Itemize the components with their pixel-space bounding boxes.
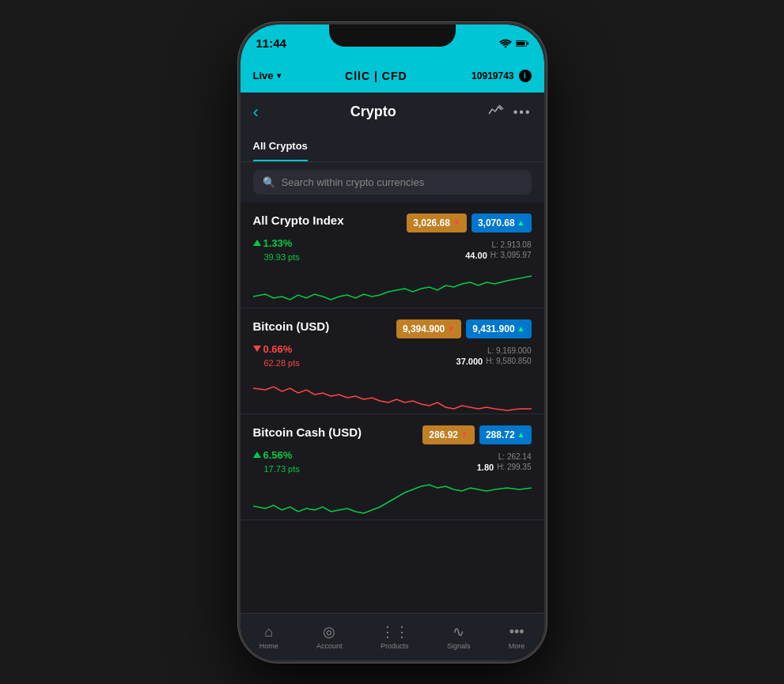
chart-svg-1 — [253, 266, 532, 308]
crypto-card-header-1: All Crypto Index 3,026.68 ▼ 3,070.68 ▲ — [253, 214, 532, 232]
crypto-name-3: Bitcoin Cash (USD) — [253, 425, 362, 439]
more-button[interactable]: ••• — [513, 105, 532, 119]
mini-chart-3 — [253, 478, 532, 520]
info-icon[interactable]: i — [519, 70, 532, 82]
account-icon: ◎ — [323, 623, 335, 641]
change-positive-1: 1.33% — [253, 237, 466, 249]
stats-right-1: L: 2,913.08 44.00 H: 3,095.97 — [465, 240, 531, 260]
tab-all-cryptos[interactable]: All Cryptos — [253, 132, 308, 161]
dropdown-icon: ▾ — [277, 71, 281, 80]
low-1: L: 2,913.08 — [491, 240, 531, 249]
crypto-name-2: Bitcoin (USD) — [253, 319, 330, 333]
chart-svg-3 — [253, 478, 532, 520]
app-bar: Live ▾ CllC | CFD 10919743 i — [241, 59, 544, 93]
svg-rect-2 — [527, 42, 528, 44]
phone-frame: 11:44 Live ▾ — [238, 22, 547, 663]
account-info: 10919743 i — [472, 70, 531, 82]
signals-icon: ∿ — [453, 623, 464, 641]
buy-button-2[interactable]: 9,431.900 ▲ — [466, 319, 531, 338]
sell-arrow-icon-1: ▼ — [453, 218, 460, 227]
sell-button-1[interactable]: 3,026.68 ▼ — [407, 214, 467, 232]
buy-button-3[interactable]: 288.72 ▲ — [479, 425, 532, 444]
app-logo: CllC | CFD — [345, 70, 407, 82]
account-number: 10919743 — [472, 70, 513, 81]
phone-wrapper: 11:44 Live ▾ — [238, 22, 547, 663]
low-2: L: 9,169.000 — [487, 346, 532, 355]
crypto-stats-3: 6.56% 17.73 pts L: 262.14 1.80 H: 299.35 — [253, 449, 532, 475]
live-button[interactable]: Live ▾ — [253, 70, 281, 81]
stats-right-3: L: 262.14 1.80 H: 299.35 — [477, 452, 532, 472]
more-nav-icon: ••• — [509, 624, 525, 641]
search-input-wrapper[interactable]: 🔍 Search within crypto currencies — [253, 170, 532, 195]
chart-svg-2 — [253, 372, 532, 414]
change-positive-3: 6.56% — [253, 449, 477, 461]
nav-products[interactable]: ⋮⋮ Products — [381, 623, 409, 650]
sell-arrow-icon-2: ▼ — [447, 324, 455, 333]
crypto-card-header-2: Bitcoin (USD) 9,394.900 ▼ 9,431.900 ▲ — [253, 319, 532, 338]
stats-left-1: 1.33% 39.93 pts — [253, 237, 466, 263]
nav-signals-label: Signals — [447, 642, 471, 650]
change-pct-1: 1.33% — [263, 237, 293, 249]
mini-chart-2 — [253, 372, 532, 414]
crypto-card-all-crypto-index[interactable]: All Crypto Index 3,026.68 ▼ 3,070.68 ▲ — [241, 202, 544, 308]
nav-signals[interactable]: ∿ Signals — [447, 623, 471, 650]
stats-left-3: 6.56% 17.73 pts — [253, 449, 477, 475]
bottom-nav: ⌂ Home ◎ Account ⋮⋮ Products ∿ Signals •… — [241, 613, 544, 660]
status-time: 11:44 — [256, 36, 286, 50]
buy-price-3: 288.72 — [486, 429, 515, 440]
page-actions: ••• — [488, 104, 532, 119]
buy-arrow-icon-2: ▲ — [517, 324, 525, 333]
sell-arrow-icon-3: ▼ — [460, 430, 468, 439]
up-arrow-icon-1 — [253, 240, 261, 246]
wifi-icon — [499, 39, 512, 48]
spread-2: 37.000 — [456, 357, 483, 366]
change-pts-3: 17.73 pts — [264, 464, 300, 474]
page-title: Crypto — [350, 104, 396, 120]
crypto-card-header-3: Bitcoin Cash (USD) 286.92 ▼ 288.72 ▲ — [253, 425, 532, 444]
nav-account-label: Account — [316, 642, 343, 650]
home-icon: ⌂ — [264, 624, 273, 641]
svg-rect-1 — [517, 41, 525, 45]
buy-button-1[interactable]: 3,070.68 ▲ — [472, 214, 532, 232]
down-arrow-icon-2 — [253, 346, 261, 352]
crypto-card-bitcoin-cash[interactable]: Bitcoin Cash (USD) 286.92 ▼ 288.72 ▲ — [241, 414, 544, 520]
nav-products-label: Products — [381, 642, 409, 650]
nav-more[interactable]: ••• More — [509, 624, 525, 650]
notch — [329, 25, 456, 47]
status-icons — [499, 39, 528, 48]
change-pct-2: 0.66% — [263, 343, 293, 355]
nav-home[interactable]: ⌂ Home — [259, 624, 278, 650]
buy-price-2: 9,431.900 — [472, 323, 514, 334]
filter-chart-svg — [488, 104, 504, 117]
nav-account[interactable]: ◎ Account — [316, 623, 343, 650]
sell-price-3: 286.92 — [429, 429, 458, 440]
change-pts-2: 62.28 pts — [264, 358, 300, 368]
chart-filter-icon[interactable] — [488, 104, 504, 119]
live-label: Live — [253, 70, 274, 81]
low-3: L: 262.14 — [498, 452, 532, 461]
prices-row-3: 286.92 ▼ 288.72 ▲ — [422, 425, 531, 444]
phone-screen: 11:44 Live ▾ — [241, 25, 544, 660]
prices-row-2: 9,394.900 ▼ 9,431.900 ▲ — [396, 319, 532, 338]
content-area: All Crypto Index 3,026.68 ▼ 3,070.68 ▲ — [241, 202, 544, 613]
nav-home-label: Home — [259, 642, 278, 650]
up-arrow-icon-3 — [253, 452, 261, 458]
search-placeholder: Search within crypto currencies — [282, 176, 425, 188]
back-button[interactable]: ‹ — [253, 102, 259, 123]
page-header: ‹ Crypto ••• — [241, 93, 544, 132]
change-negative-2: 0.66% — [253, 343, 456, 355]
buy-arrow-icon-3: ▲ — [517, 430, 525, 439]
mini-chart-1 — [253, 266, 532, 308]
high-3: H: 299.35 — [497, 463, 531, 471]
crypto-card-bitcoin[interactable]: Bitcoin (USD) 9,394.900 ▼ 9,431.900 ▲ — [241, 308, 544, 414]
products-icon: ⋮⋮ — [381, 623, 409, 641]
spread-3: 1.80 — [477, 463, 494, 472]
stats-left-2: 0.66% 62.28 pts — [253, 343, 456, 369]
sell-button-3[interactable]: 286.92 ▼ — [422, 425, 475, 444]
change-pts-1: 39.93 pts — [264, 252, 300, 262]
high-1: H: 3,095.97 — [490, 251, 532, 259]
change-pct-3: 6.56% — [263, 449, 293, 461]
search-bar: 🔍 Search within crypto currencies — [241, 162, 544, 202]
sell-button-2[interactable]: 9,394.900 ▼ — [396, 319, 461, 338]
crypto-name-1: All Crypto Index — [253, 214, 344, 227]
